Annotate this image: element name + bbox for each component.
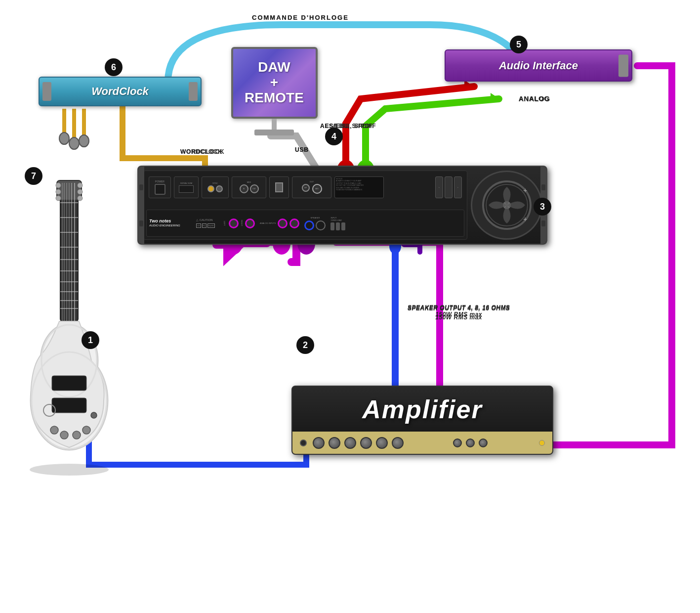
svg-point-35 xyxy=(78,196,82,201)
svg-point-32 xyxy=(56,196,61,201)
badge-5: 5 xyxy=(510,36,528,53)
badge-2: 2 xyxy=(296,336,314,354)
badge-4: 4 xyxy=(325,128,343,145)
speaker-output-label: SPEAKER OUTPUT 4, 8, 16 OHMS150W RMS max xyxy=(408,304,510,322)
guitar-svg xyxy=(15,178,124,480)
amp-led xyxy=(539,440,545,446)
amplifier-label: Amplifier xyxy=(362,394,482,424)
amp-knob-3 xyxy=(344,437,356,449)
svg-marker-7 xyxy=(491,93,498,103)
daw-label: DAW+REMOTE xyxy=(245,60,304,105)
svg-point-12 xyxy=(69,137,79,149)
audio-interface-label: Audio Interface xyxy=(499,59,578,72)
usb-label: USB xyxy=(295,146,309,153)
amp-knob-6 xyxy=(392,437,404,449)
badge-1: 1 xyxy=(82,331,99,349)
amp-knob-2 xyxy=(329,437,340,449)
amplifier-bottom xyxy=(292,432,552,454)
svg-point-11 xyxy=(59,132,69,144)
daw-base xyxy=(254,130,294,135)
svg-point-44 xyxy=(60,431,68,439)
amp-knob-1 xyxy=(313,437,325,449)
commande-horloge-label: COMMANDE D'HORLOGE xyxy=(252,14,349,21)
amp-knob-small-3 xyxy=(479,438,488,447)
svg-point-30 xyxy=(56,183,61,188)
daw-stand xyxy=(272,119,277,130)
svg-point-47 xyxy=(91,412,97,418)
amplifier-top: Amplifier xyxy=(292,387,552,432)
badge-3: 3 xyxy=(534,198,551,216)
daw-screen: DAW+REMOTE xyxy=(231,47,318,119)
svg-rect-41 xyxy=(52,398,86,413)
audio-interface-device: Audio Interface xyxy=(445,49,632,82)
amplifier-device: Amplifier xyxy=(291,386,553,455)
svg-rect-40 xyxy=(52,376,86,391)
wordclock-device: WordClock xyxy=(39,77,202,106)
amp-knob-4 xyxy=(360,437,372,449)
badge-6: 6 xyxy=(105,58,123,76)
svg-point-46 xyxy=(82,426,90,434)
svg-point-33 xyxy=(78,183,82,188)
svg-point-13 xyxy=(79,135,89,147)
twonotes-device: POWER SERIAL NUM SYNC xyxy=(137,166,547,245)
aesebu-label: AES/EBU, S/PDIF xyxy=(320,123,376,130)
svg-point-45 xyxy=(73,431,81,439)
svg-point-34 xyxy=(78,189,82,194)
diagram-container: COMMANDE D'HORLOGE WORDCLOCK USB AES/EBU… xyxy=(0,0,700,613)
badge-7: 7 xyxy=(25,167,42,185)
amp-knob-5 xyxy=(376,437,388,449)
svg-text:+: + xyxy=(523,215,527,223)
analog-label: ANALOG xyxy=(519,95,549,102)
wordclock-label: WordClock xyxy=(91,85,149,98)
wordclock-cable-label: WORDCLOCK xyxy=(180,148,225,155)
amp-knob-small-2 xyxy=(466,438,475,447)
svg-marker-6 xyxy=(464,80,472,90)
svg-point-31 xyxy=(56,189,61,194)
daw-monitor: DAW+REMOTE xyxy=(227,47,321,136)
svg-text:+: + xyxy=(523,186,527,194)
svg-point-54 xyxy=(30,464,109,476)
svg-point-43 xyxy=(50,426,58,434)
amp-knob-small-1 xyxy=(453,438,462,447)
